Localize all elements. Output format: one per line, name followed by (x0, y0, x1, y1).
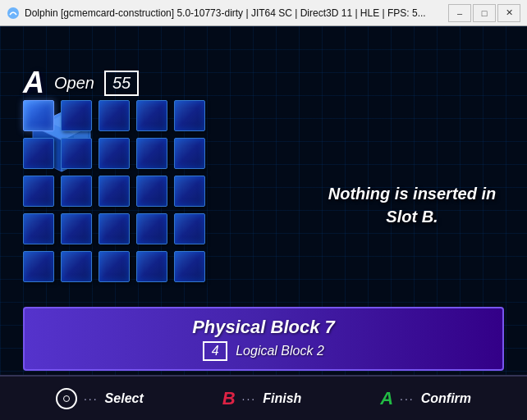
memory-block-cell (99, 138, 130, 169)
memory-block-cell (99, 100, 130, 131)
physical-block-label: Physical Block 7 (38, 317, 489, 338)
memory-block-cell (23, 176, 54, 207)
select-label: Select (105, 391, 144, 406)
memory-block-cell (23, 213, 54, 244)
memory-block-cell (174, 138, 205, 169)
confirm-label: Confirm (421, 391, 471, 406)
memory-block-cell (174, 213, 205, 244)
maximize-button[interactable]: □ (473, 4, 496, 22)
control-finish: B ··· Finish (222, 388, 302, 409)
memory-block-cell (61, 213, 92, 244)
slot-letter: A (23, 66, 44, 100)
control-select: ··· Select (56, 388, 144, 409)
logical-block-label: Logical Block 2 (236, 344, 324, 358)
memory-block-cell (99, 213, 130, 244)
memory-block-cell (61, 176, 92, 207)
block-info-bar: Physical Block 7 4 Logical Block 2 (23, 307, 504, 371)
memory-block-grid (23, 100, 209, 285)
finish-dots: ··· (242, 392, 257, 405)
open-label: Open (54, 74, 94, 93)
minimize-button[interactable]: – (448, 4, 471, 22)
memory-block-cell (99, 251, 130, 282)
memory-block-cell (136, 100, 167, 131)
memory-block-cell (136, 213, 167, 244)
slot-b-message: Nothing is inserted in Slot B. (322, 182, 502, 228)
memory-block-cell (99, 176, 130, 207)
finish-label: Finish (263, 391, 301, 406)
a-button-icon: A (380, 388, 393, 409)
memory-block-cell (23, 251, 54, 282)
open-count: 55 (104, 71, 139, 96)
control-confirm: A ··· Confirm (380, 388, 471, 409)
memory-block-cell (136, 176, 167, 207)
title-bar: Dolphin [gcmemcard-construction] 5.0-107… (0, 0, 527, 26)
select-dots: ··· (84, 392, 99, 405)
memory-block-cell (174, 251, 205, 282)
game-screen: A Open 55 Nothing is inserted in Slot B.… (0, 26, 527, 420)
controls-bar: ··· Select B ··· Finish A ··· Confirm (0, 375, 527, 420)
logical-block-row: 4 Logical Block 2 (38, 341, 489, 361)
block-number: 4 (203, 341, 227, 361)
memory-block-cell (23, 100, 54, 131)
memory-block-cell (174, 100, 205, 131)
close-button[interactable]: ✕ (497, 4, 520, 22)
memory-block-cell (23, 138, 54, 169)
window-controls: – □ ✕ (448, 4, 520, 22)
svg-point-0 (7, 7, 19, 19)
memory-block-cell (61, 138, 92, 169)
window-title: Dolphin [gcmemcard-construction] 5.0-107… (25, 7, 448, 19)
confirm-dots: ··· (400, 392, 415, 405)
select-icon-inner (63, 395, 70, 402)
b-button-icon: B (222, 388, 236, 409)
memory-block-cell (61, 100, 92, 131)
memory-block-cell (61, 251, 92, 282)
memory-block-cell (136, 251, 167, 282)
memory-block-cell (174, 176, 205, 207)
dolphin-icon (7, 7, 20, 20)
memory-block-cell (136, 138, 167, 169)
select-icon (56, 388, 77, 409)
header-info: A Open 55 (23, 66, 139, 100)
